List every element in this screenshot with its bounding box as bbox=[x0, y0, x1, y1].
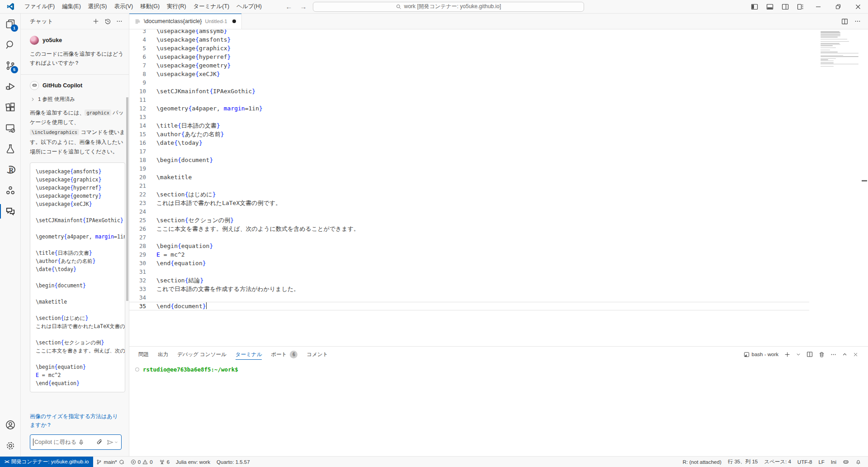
editor-line[interactable]: 19 bbox=[129, 164, 868, 173]
toggle-panel-icon[interactable] bbox=[762, 0, 778, 13]
panel-tab-問題[interactable]: 問題 bbox=[134, 347, 153, 362]
editor-line[interactable]: 29E = mc^2 bbox=[129, 250, 868, 259]
tab-untitled-1[interactable]: \documentclass{article} Untitled-1 bbox=[129, 14, 242, 29]
editor-line[interactable]: 11 bbox=[129, 95, 868, 104]
editor-line[interactable]: 5\usepackage{graphicx} bbox=[129, 44, 868, 52]
followup-suggestion[interactable]: 画像のサイズを指定する方法はありますか？ bbox=[30, 412, 122, 429]
menu-item[interactable]: 表示(V) bbox=[110, 1, 137, 12]
sidebar-scrollbar[interactable] bbox=[126, 97, 128, 301]
editor-line[interactable]: 26ここに本文を書きます。例えば、次のように数式を含めることができます。 bbox=[129, 224, 868, 233]
editor-line[interactable]: 32\section{結論} bbox=[129, 276, 868, 285]
editor-line[interactable]: 17 bbox=[129, 147, 868, 156]
mic-icon[interactable] bbox=[78, 439, 84, 445]
panel-tab-ポート[interactable]: ポート6 bbox=[266, 347, 302, 362]
close-button[interactable] bbox=[848, 0, 868, 13]
editor-line[interactable]: 23これは日本語で書かれたLaTeX文書の例です。 bbox=[129, 199, 868, 207]
new-chat-icon[interactable] bbox=[91, 16, 101, 26]
settings-gear-icon[interactable] bbox=[0, 435, 21, 456]
terminal-dropdown-icon[interactable] bbox=[796, 352, 801, 357]
run-debug-icon[interactable] bbox=[0, 76, 21, 97]
editor-line[interactable]: 13 bbox=[129, 113, 868, 121]
close-panel-icon[interactable] bbox=[853, 352, 858, 357]
editor-line[interactable]: 31 bbox=[129, 267, 868, 276]
menu-item[interactable]: ファイル(F) bbox=[21, 1, 58, 12]
editor-line[interactable]: 3\usepackage{amssymb} bbox=[129, 29, 868, 35]
editor-line[interactable]: 33これで日本語の文書を作成する方法がわかりました。 bbox=[129, 285, 868, 293]
chat-more-actions-icon[interactable] bbox=[114, 16, 124, 26]
editor-line[interactable]: 12\geometry{a4paper, margin=1in} bbox=[129, 104, 868, 113]
nav-forward-icon[interactable]: → bbox=[298, 3, 308, 10]
editor-line[interactable]: 30\end{equation} bbox=[129, 259, 868, 267]
editor-line[interactable]: 24 bbox=[129, 207, 868, 216]
scrollbar-cursor-mark[interactable] bbox=[862, 180, 867, 181]
cursor-position-status[interactable]: 行 35、列 15 bbox=[725, 457, 761, 467]
attach-icon[interactable] bbox=[96, 439, 103, 445]
language-mode-status[interactable]: Ini bbox=[828, 457, 840, 467]
panel-tab-出力[interactable]: 出力 bbox=[153, 347, 173, 362]
new-terminal-icon[interactable] bbox=[784, 352, 790, 357]
menu-item[interactable]: 移動(G) bbox=[137, 1, 163, 12]
editor-line[interactable]: 22\section{はじめに} bbox=[129, 190, 868, 199]
problems-status[interactable]: 0 0 bbox=[127, 457, 156, 467]
customize-layout-icon[interactable] bbox=[793, 0, 808, 13]
split-editor-icon[interactable] bbox=[841, 18, 848, 25]
julia-env-status[interactable]: Julia env: work bbox=[173, 457, 213, 467]
menu-item[interactable]: ターミナル(T) bbox=[190, 1, 233, 12]
testing-icon[interactable] bbox=[0, 138, 21, 159]
minimize-button[interactable] bbox=[808, 0, 828, 13]
accounts-icon[interactable] bbox=[0, 415, 21, 435]
menu-item[interactable]: ヘルプ(H) bbox=[233, 1, 265, 12]
panel-tab-デバッグ コンソール[interactable]: デバッグ コンソール bbox=[173, 347, 231, 362]
editor-line[interactable]: 27 bbox=[129, 233, 868, 242]
references-row[interactable]: 1 参照 使用済み bbox=[31, 96, 127, 103]
editor-line[interactable]: 16\date{\today} bbox=[129, 138, 868, 147]
terminal-body[interactable]: rstudio@ee763ba6e8f5:~/work$ bbox=[129, 362, 868, 456]
quarto-status[interactable]: Quarto: 1.5.57 bbox=[213, 457, 253, 467]
split-terminal-icon[interactable] bbox=[807, 351, 813, 357]
restore-button[interactable] bbox=[828, 0, 848, 13]
extensions-icon[interactable] bbox=[0, 97, 21, 118]
organization-icon[interactable] bbox=[0, 180, 21, 201]
menu-item[interactable]: 編集(E) bbox=[58, 1, 85, 12]
command-center-search[interactable]: work [開発コンテナー: yo5uke.github.io] bbox=[313, 2, 584, 12]
chat-view-icon[interactable] bbox=[0, 201, 21, 222]
editor-line[interactable]: 7\usepackage{geometry} bbox=[129, 61, 868, 70]
copilot-status[interactable] bbox=[840, 457, 852, 467]
toggle-secondary-sidebar-icon[interactable] bbox=[778, 0, 793, 13]
remote-explorer-icon[interactable] bbox=[0, 118, 21, 138]
menu-item[interactable]: 実行(R) bbox=[163, 1, 189, 12]
editor-line[interactable]: 10\setCJKmainfont{IPAexGothic} bbox=[129, 87, 868, 95]
nav-back-icon[interactable]: ← bbox=[284, 3, 294, 10]
editor-line[interactable]: 20\maketitle bbox=[129, 173, 868, 181]
editor-line[interactable]: 9 bbox=[129, 78, 868, 87]
r-session-status[interactable]: R: (not attached) bbox=[679, 457, 725, 467]
editor-line[interactable]: 14\title{日本語の文書} bbox=[129, 121, 868, 130]
panel-tab-コメント[interactable]: コメント bbox=[302, 347, 332, 362]
branch-status[interactable]: main* bbox=[93, 457, 127, 467]
ports-status[interactable]: 6 bbox=[156, 457, 173, 467]
modified-dot-icon[interactable] bbox=[232, 19, 236, 23]
toggle-primary-sidebar-icon[interactable] bbox=[747, 0, 762, 13]
encoding-status[interactable]: UTF-8 bbox=[794, 457, 816, 467]
explorer-icon[interactable]: 1 bbox=[0, 14, 21, 34]
terminal-instance[interactable]: bash - work bbox=[744, 352, 778, 357]
editor-more-actions-icon[interactable] bbox=[854, 18, 861, 24]
search-view-icon[interactable] bbox=[0, 34, 21, 55]
code-editor[interactable]: 3\usepackage{amssymb}4\usepackage{amsfon… bbox=[129, 29, 868, 346]
indentation-status[interactable]: スペース: 4 bbox=[761, 457, 794, 467]
minimap[interactable] bbox=[821, 31, 860, 67]
editor-line[interactable]: 28\begin{equation} bbox=[129, 242, 868, 250]
remote-indicator[interactable]: >< 開発コンテナー: yo5uke.github.io bbox=[0, 457, 93, 467]
kill-terminal-icon[interactable] bbox=[819, 352, 825, 357]
menu-item[interactable]: 選択(S) bbox=[85, 1, 111, 12]
r-view-icon[interactable]: R bbox=[0, 159, 21, 180]
editor-line[interactable]: 18\begin{document} bbox=[129, 156, 868, 164]
editor-line[interactable]: 4\usepackage{amsfonts} bbox=[129, 35, 868, 44]
editor-line[interactable]: 35\end{document} bbox=[129, 302, 868, 310]
maximize-panel-icon[interactable] bbox=[842, 352, 847, 357]
chat-input[interactable]: Copilot に尋ねる bbox=[30, 434, 122, 450]
editor-line[interactable]: 25\section{セクションの例} bbox=[129, 216, 868, 224]
editor-line[interactable]: 21 bbox=[129, 181, 868, 190]
source-control-icon[interactable]: 5 bbox=[0, 55, 21, 76]
editor-line[interactable]: 34 bbox=[129, 293, 868, 302]
